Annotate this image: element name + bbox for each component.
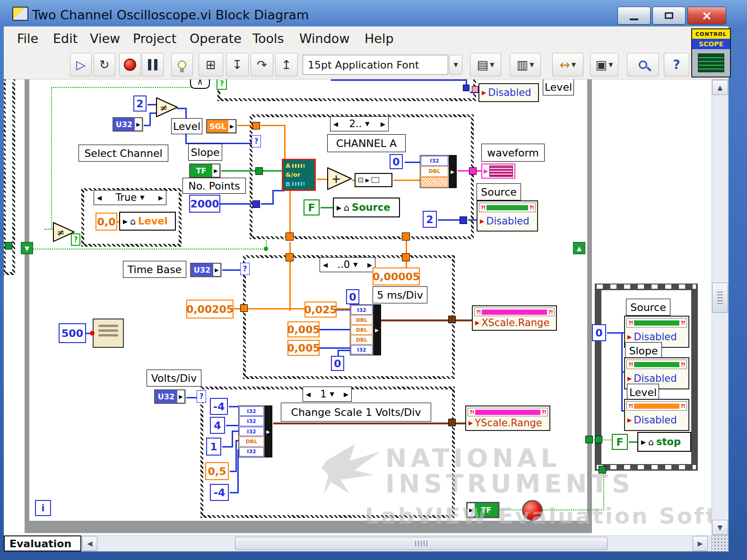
scroll-right-button[interactable]: ▶: [693, 536, 708, 551]
source-label[interactable]: Source: [477, 183, 521, 200]
and-node[interactable]: ∧: [190, 79, 210, 89]
vi-icon-badge[interactable]: CONTROL SCOPE: [691, 28, 731, 78]
slope-label[interactable]: Slope: [625, 342, 662, 359]
boolean-constant[interactable]: F: [612, 434, 628, 450]
close-button[interactable]: ×: [687, 7, 726, 25]
numeric-constant[interactable]: 2: [423, 211, 437, 228]
scroll-up-button[interactable]: ▲: [712, 80, 728, 95]
volts-div-label[interactable]: Volts/Div: [147, 370, 201, 387]
menu-view[interactable]: View: [90, 31, 120, 46]
disabled-property-node[interactable]: ?!?! ▶Disabled: [477, 200, 538, 232]
numeric-constant[interactable]: -4: [210, 398, 228, 415]
search-button[interactable]: [627, 53, 659, 77]
step-into-button[interactable]: ↧: [226, 53, 249, 77]
numeric-constant[interactable]: 1: [206, 438, 221, 456]
numeric-constant[interactable]: 0: [331, 356, 344, 371]
level-label-top[interactable]: Level: [543, 79, 574, 95]
bundle-node[interactable]: I32 DBL DBL DBL I32 ▶: [350, 304, 381, 355]
shift-register-left[interactable]: ▼: [21, 242, 33, 254]
numeric-constant[interactable]: 4: [210, 417, 225, 434]
highlight-execution-button[interactable]: [171, 53, 193, 77]
boolean-constant[interactable]: F: [304, 199, 320, 215]
menu-tools[interactable]: Tools: [252, 31, 284, 46]
case-next-icon[interactable]: ▶: [381, 121, 385, 128]
tf-indicator-terminal[interactable]: ▶TF: [466, 502, 499, 518]
disabled-property-node[interactable]: ?!?! ▶Disabled: [624, 399, 689, 431]
case-prev-icon[interactable]: ◀: [323, 261, 328, 268]
no-points-label[interactable]: No. Points: [182, 178, 246, 194]
source-label[interactable]: Source: [626, 299, 670, 316]
maximize-button[interactable]: [652, 7, 686, 25]
yscale-range-property-node[interactable]: ?!?! ▶YScale.Range: [465, 405, 550, 431]
change-scale-label[interactable]: Change Scale 1 Volts/Div: [281, 403, 431, 422]
sgl-terminal[interactable]: SGL▶: [206, 119, 236, 133]
case-structure-timebase[interactable]: [243, 255, 455, 379]
ms-div-label[interactable]: 5 ms/Div: [373, 286, 427, 303]
numeric-constant[interactable]: -4: [210, 484, 229, 501]
font-selector-dropdown-button[interactable]: ▼: [449, 55, 462, 75]
stop-local-variable[interactable]: ▶⌂stop: [637, 432, 691, 452]
menu-file[interactable]: File: [17, 31, 38, 46]
time-base-label[interactable]: Time Base: [123, 261, 186, 278]
numeric-constant[interactable]: 2: [133, 95, 147, 112]
case-next-icon[interactable]: ▶: [367, 261, 372, 268]
menu-project[interactable]: Project: [133, 31, 176, 46]
numeric-constant[interactable]: 0: [390, 154, 403, 169]
case-prev-icon[interactable]: ◀: [97, 194, 102, 201]
tf-terminal[interactable]: TF▶: [189, 164, 220, 178]
minimize-button[interactable]: [617, 7, 651, 25]
level-label[interactable]: Level: [627, 384, 659, 401]
stop-button-terminal[interactable]: [522, 500, 543, 521]
numeric-constant[interactable]: 0,005: [287, 321, 320, 337]
slope-label[interactable]: Slope: [188, 144, 222, 161]
help-button[interactable]: ?: [664, 53, 689, 77]
case-next-icon[interactable]: ▶: [344, 391, 348, 398]
menu-edit[interactable]: Edit: [53, 31, 78, 46]
waveform-terminal[interactable]: ▶: [481, 164, 515, 179]
align-objects-button[interactable]: ▤▼: [470, 53, 501, 77]
run-button[interactable]: ▷: [70, 53, 92, 77]
u32-terminal[interactable]: U32▶: [190, 263, 221, 277]
horizontal-scrollbar-thumb[interactable]: [235, 537, 608, 550]
level-local-variable[interactable]: ▶⌂Level: [119, 212, 176, 231]
waveform-label[interactable]: waveform: [481, 144, 545, 162]
not-equal-node[interactable]: ≠: [156, 97, 178, 117]
reorder-objects-button[interactable]: ▣▼: [590, 53, 618, 77]
retain-wire-values-button[interactable]: ⊞: [199, 53, 223, 77]
while-loop-bottom-border[interactable]: [25, 521, 592, 533]
block-diagram-canvas[interactable]: ? ? ? ? ? ▼ ▲ ∧ ▶Disabled Level 2 ≠ U32▶…: [4, 79, 712, 535]
step-over-button[interactable]: ↷: [251, 53, 273, 77]
menu-operate[interactable]: Operate: [190, 31, 242, 46]
case-prev-icon[interactable]: ◀: [306, 391, 311, 398]
scroll-left-button[interactable]: ◀: [82, 536, 97, 551]
resize-grip[interactable]: [712, 535, 729, 551]
add-node[interactable]: +: [327, 167, 352, 190]
bundle-node[interactable]: I32 I32 I32 DBL I32 ▶: [238, 405, 272, 457]
step-out-button[interactable]: ↥: [275, 53, 298, 77]
case-selector-timebase[interactable]: ◀ ..0▼ ▶: [320, 257, 375, 272]
numeric-constant[interactable]: 0: [592, 324, 606, 341]
bundle-node[interactable]: I32 DBL ▶: [420, 155, 457, 188]
disabled-property-node-top[interactable]: ▶Disabled: [478, 83, 539, 102]
abort-button[interactable]: [119, 53, 141, 77]
u32-terminal[interactable]: U32▶: [113, 117, 143, 131]
subvi-icon[interactable]: [93, 319, 124, 348]
case-prev-icon[interactable]: ◀: [333, 121, 338, 128]
level-label[interactable]: Level: [171, 118, 202, 134]
vertical-scrollbar-thumb[interactable]: [712, 283, 728, 313]
case-selector-true[interactable]: ◀ True▼ ▶: [94, 190, 166, 205]
numeric-constant[interactable]: 500: [59, 323, 86, 343]
channel-a-label[interactable]: CHANNEL A: [327, 134, 406, 152]
build-array-node[interactable]: ▶: [355, 173, 392, 187]
numeric-constant[interactable]: 2000: [189, 195, 220, 213]
numeric-constant[interactable]: 0,0: [96, 213, 117, 231]
select-channel-label[interactable]: Select Channel: [78, 145, 168, 162]
pause-button[interactable]: [142, 53, 164, 77]
run-continuously-button[interactable]: ↻: [94, 53, 115, 77]
boolean-andor-node[interactable]: A &/or B: [282, 159, 316, 191]
u32-terminal[interactable]: U32▶: [154, 389, 185, 404]
shift-register-right[interactable]: ▲: [573, 242, 585, 254]
case-selector-voltsdiv[interactable]: ◀ 1▼ ▶: [303, 387, 352, 402]
numeric-constant[interactable]: 0,005: [287, 340, 320, 356]
menu-window[interactable]: Window: [299, 31, 349, 46]
